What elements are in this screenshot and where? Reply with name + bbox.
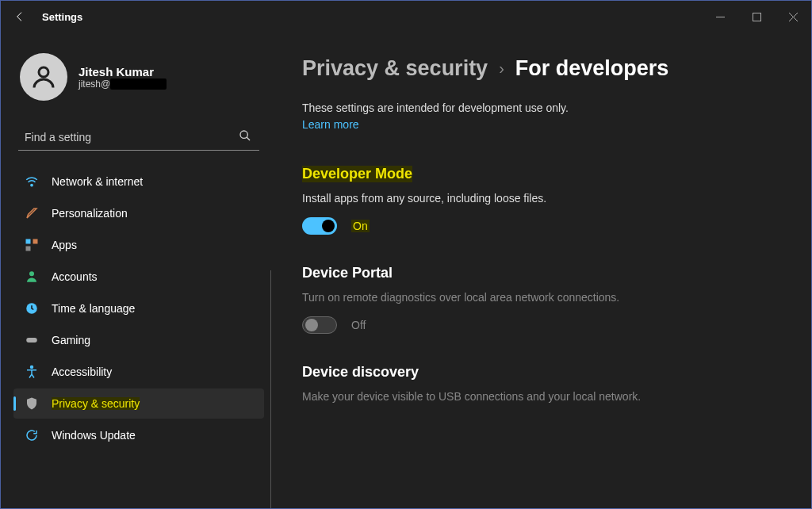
svg-rect-10 — [26, 247, 31, 251]
dev-mode-desc: Install apps from any source, including … — [302, 192, 779, 205]
sidebar-item-accessibility[interactable]: Accessibility — [13, 357, 264, 387]
device-portal-toggle[interactable] — [302, 316, 337, 334]
sidebar-item-accounts[interactable]: Accounts — [13, 262, 264, 292]
profile-email: jitesh@memcm com — [79, 78, 167, 90]
sidebar-item-apps[interactable]: Apps — [13, 230, 264, 260]
wifi-icon — [25, 174, 39, 189]
breadcrumb-current: For developers — [515, 56, 669, 81]
device-discovery-desc: Make your device visible to USB connecti… — [302, 390, 779, 403]
svg-rect-9 — [33, 239, 38, 244]
titlebar: Settings — [1, 1, 811, 33]
section-device-discovery: Device discovery Make your device visibl… — [302, 364, 779, 403]
main-panel: Privacy & security › For developers Thes… — [270, 33, 811, 508]
section-developer-mode: Developer Mode Install apps from any sou… — [302, 166, 779, 235]
sidebar-item-personalization[interactable]: Personalization — [13, 198, 264, 228]
sidebar-item-gaming[interactable]: Gaming — [13, 325, 264, 355]
close-button[interactable] — [775, 4, 811, 29]
window-controls — [702, 4, 811, 29]
dev-mode-state: On — [351, 220, 370, 232]
search-icon — [239, 129, 251, 145]
avatar — [20, 53, 67, 101]
sidebar-item-privacy[interactable]: Privacy & security — [13, 388, 264, 419]
sidebar: Jitesh Kumar jitesh@memcm com Network & … — [1, 33, 270, 508]
brush-icon — [25, 206, 39, 220]
sidebar-item-network[interactable]: Network & internet — [13, 166, 264, 197]
dev-mode-toggle[interactable] — [302, 217, 337, 235]
svg-point-5 — [240, 131, 247, 138]
search-input[interactable] — [25, 131, 239, 144]
breadcrumb: Privacy & security › For developers — [302, 56, 779, 81]
svg-point-11 — [29, 271, 34, 276]
device-portal-state: Off — [351, 319, 366, 331]
update-icon — [25, 428, 39, 442]
chevron-right-icon: › — [499, 59, 504, 78]
device-portal-desc: Turn on remote diagnostics over local ar… — [302, 291, 779, 304]
svg-rect-13 — [26, 338, 37, 343]
svg-rect-8 — [26, 239, 31, 244]
accessibility-icon — [25, 365, 39, 379]
breadcrumb-parent[interactable]: Privacy & security — [302, 56, 488, 81]
person-icon — [25, 270, 39, 284]
svg-point-14 — [31, 366, 33, 369]
device-discovery-title: Device discovery — [302, 364, 779, 381]
learn-more-link[interactable]: Learn more — [302, 118, 359, 131]
nav-list: Network & internet Personalization Apps … — [13, 166, 264, 450]
svg-line-6 — [247, 137, 250, 140]
clock-icon — [25, 301, 39, 316]
search-box[interactable] — [18, 124, 259, 151]
profile-block[interactable]: Jitesh Kumar jitesh@memcm com — [13, 45, 264, 112]
svg-point-4 — [39, 67, 48, 77]
minimize-button[interactable] — [702, 4, 738, 29]
back-button[interactable] — [13, 10, 26, 23]
app-title: Settings — [42, 11, 82, 23]
device-portal-title: Device Portal — [302, 265, 779, 281]
intro-text: These settings are intended for developm… — [302, 101, 779, 114]
sidebar-item-update[interactable]: Windows Update — [13, 420, 264, 450]
svg-rect-1 — [753, 13, 760, 21]
sidebar-item-time[interactable]: Time & language — [13, 293, 264, 323]
gamepad-icon — [25, 333, 39, 347]
maximize-button[interactable] — [738, 4, 775, 29]
profile-name: Jitesh Kumar — [79, 65, 167, 78]
dev-mode-title: Developer Mode — [302, 166, 412, 182]
section-device-portal: Device Portal Turn on remote diagnostics… — [302, 265, 779, 334]
shield-icon — [25, 396, 39, 411]
apps-icon — [25, 238, 39, 252]
svg-point-7 — [31, 184, 33, 186]
